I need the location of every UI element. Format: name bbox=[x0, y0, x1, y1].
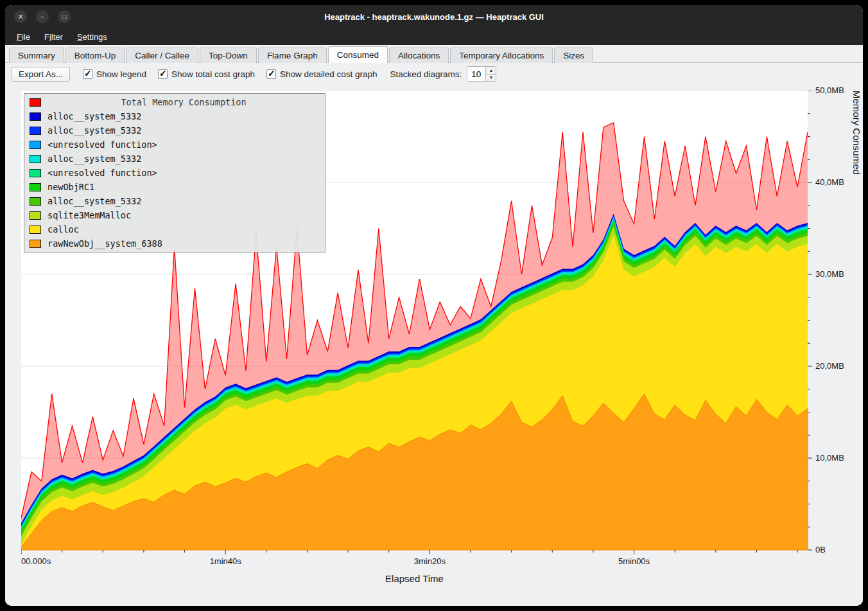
legend-item: rawNewObj__system_6388 bbox=[26, 236, 323, 251]
minimize-button[interactable]: − bbox=[36, 10, 49, 23]
x-axis-tick-label: 1min40s bbox=[210, 556, 241, 566]
tab-temporary-allocations[interactable]: Temporary Allocations bbox=[450, 48, 553, 63]
stacked-diagrams-spinbox: ▲ ▼ bbox=[467, 66, 496, 82]
legend-item: alloc__system_5332 bbox=[26, 123, 323, 137]
stacked-diagrams-label: Stacked diagrams: bbox=[390, 69, 462, 79]
checkbox-icon bbox=[266, 69, 276, 79]
spin-down-icon: ▼ bbox=[489, 75, 493, 80]
heaptrack-window: ✕ − □ Heaptrack - heaptrack.wakunode.1.g… bbox=[5, 5, 863, 606]
menu-filter[interactable]: Filter bbox=[38, 30, 69, 44]
y-axis-tick-label: 20,0MB bbox=[815, 361, 844, 371]
menubar: FileFilterSettings bbox=[5, 28, 863, 45]
checkbox-label: Show detailed cost graph bbox=[280, 69, 378, 79]
spin-up-button[interactable]: ▲ bbox=[486, 67, 496, 75]
legend-label: alloc__system_5332 bbox=[48, 111, 141, 121]
legend-swatch bbox=[30, 240, 41, 248]
spin-down-button[interactable]: ▼ bbox=[486, 75, 496, 82]
y-axis-tick-label: 10,0MB bbox=[815, 453, 844, 463]
tab-flame-graph[interactable]: Flame Graph bbox=[258, 48, 327, 63]
x-axis-tick-label: 00.000s bbox=[21, 556, 51, 566]
y-axis-tick-label: 50,0MB bbox=[815, 85, 844, 95]
legend-item: alloc__system_5332 bbox=[26, 109, 323, 123]
toolbar: Export As... Show legendShow total cost … bbox=[5, 63, 863, 85]
legend-item: calloc bbox=[26, 222, 323, 236]
maximize-button[interactable]: □ bbox=[58, 10, 71, 23]
legend-swatch bbox=[30, 112, 41, 121]
checkbox-show-detailed-cost-graph[interactable]: Show detailed cost graph bbox=[266, 69, 378, 79]
tab-consumed[interactable]: Consumed bbox=[328, 46, 388, 63]
legend-title-row: Total Memory Consumption bbox=[26, 95, 323, 109]
tab-bar: SummaryBottom-UpCaller / CalleeTop-DownF… bbox=[5, 45, 863, 63]
y-axis-tick-label: 30,0MB bbox=[815, 269, 844, 279]
export-as-button[interactable]: Export As... bbox=[12, 67, 70, 82]
legend-item: sqlite3MemMalloc bbox=[26, 208, 323, 222]
legend-label: newObjRC1 bbox=[48, 182, 94, 192]
menu-settings[interactable]: Settings bbox=[71, 30, 114, 44]
checkbox-show-total-cost-graph[interactable]: Show total cost graph bbox=[158, 69, 255, 79]
stacked-diagrams-control: Stacked diagrams: ▲ ▼ bbox=[390, 66, 497, 82]
legend-swatch bbox=[30, 211, 41, 220]
x-axis-tick-label: 5min00s bbox=[618, 556, 650, 566]
chart-legend: Total Memory Consumption alloc__system_5… bbox=[24, 93, 326, 252]
legend-item: alloc__system_5332 bbox=[26, 152, 323, 166]
y-axis-tick-label: 0B bbox=[815, 545, 826, 554]
spin-up-icon: ▲ bbox=[489, 68, 493, 73]
minimize-icon: − bbox=[40, 13, 44, 21]
checkbox-label: Show legend bbox=[96, 69, 146, 79]
checkbox-icon bbox=[158, 69, 168, 79]
tab-caller-callee[interactable]: Caller / Callee bbox=[126, 48, 198, 63]
legend-title-swatch bbox=[30, 98, 41, 107]
window-controls: ✕ − □ bbox=[5, 10, 71, 23]
y-axis-title: Memory Consumed bbox=[851, 91, 862, 550]
legend-label: <unresolved function> bbox=[48, 139, 157, 150]
tab-summary[interactable]: Summary bbox=[9, 48, 64, 63]
legend-item: alloc__system_5332 bbox=[26, 194, 323, 208]
close-button[interactable]: ✕ bbox=[14, 10, 27, 23]
legend-swatch bbox=[30, 183, 41, 191]
legend-label: alloc__system_5332 bbox=[48, 154, 141, 164]
chart-region: 50,0MB40,0MB30,0MB20,0MB10,0MB0B 00.000s… bbox=[5, 85, 863, 606]
legend-label: alloc__system_5332 bbox=[48, 125, 141, 136]
legend-swatch bbox=[30, 141, 41, 149]
legend-item: <unresolved function> bbox=[26, 166, 323, 180]
checkbox-group: Show legendShow total cost graphShow det… bbox=[83, 69, 378, 79]
window-title: Heaptrack - heaptrack.wakunode.1.gz — He… bbox=[5, 12, 863, 22]
maximize-icon: □ bbox=[62, 13, 67, 21]
legend-label: calloc bbox=[48, 224, 79, 235]
legend-title: Total Memory Consumption bbox=[48, 97, 320, 107]
legend-swatch bbox=[30, 169, 41, 177]
legend-label: alloc__system_5332 bbox=[48, 196, 141, 206]
stacked-diagrams-input[interactable] bbox=[467, 67, 485, 81]
legend-swatch bbox=[30, 197, 41, 206]
checkbox-show-legend[interactable]: Show legend bbox=[83, 69, 146, 79]
y-axis-tick-label: 40,0MB bbox=[815, 177, 844, 187]
close-icon: ✕ bbox=[17, 13, 23, 21]
checkbox-icon bbox=[83, 69, 92, 79]
legend-label: rawNewObj__system_6388 bbox=[48, 238, 162, 249]
legend-item: newObjRC1 bbox=[26, 180, 323, 194]
legend-swatch bbox=[30, 226, 41, 234]
legend-swatch bbox=[30, 155, 41, 163]
tab-top-down[interactable]: Top-Down bbox=[200, 48, 257, 63]
tab-sizes[interactable]: Sizes bbox=[554, 48, 593, 63]
x-axis-title: Elapsed Time bbox=[21, 573, 808, 584]
legend-item: <unresolved function> bbox=[26, 137, 323, 152]
x-axis-tick-label: 3min20s bbox=[414, 556, 446, 566]
legend-label: sqlite3MemMalloc bbox=[48, 210, 131, 220]
tab-allocations[interactable]: Allocations bbox=[389, 48, 449, 63]
menu-file[interactable]: File bbox=[10, 30, 37, 44]
tab-bottom-up[interactable]: Bottom-Up bbox=[65, 48, 125, 63]
titlebar[interactable]: ✕ − □ Heaptrack - heaptrack.wakunode.1.g… bbox=[5, 5, 863, 28]
checkbox-label: Show total cost graph bbox=[171, 69, 255, 79]
legend-label: <unresolved function> bbox=[48, 168, 157, 178]
legend-swatch bbox=[30, 127, 41, 135]
